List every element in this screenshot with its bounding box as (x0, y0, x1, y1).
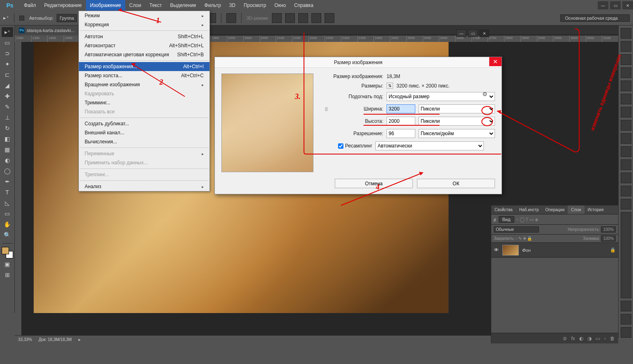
link-layers-icon[interactable]: ⊘ (563, 336, 567, 341)
panel-tab[interactable]: Свойства (491, 205, 516, 214)
close-button[interactable]: ✕ (622, 1, 633, 9)
menu-справка[interactable]: Справка (290, 0, 318, 11)
brush-tool[interactable]: ✎ (2, 102, 13, 112)
panel-icon[interactable] (621, 173, 631, 183)
panel-icon[interactable] (621, 67, 631, 78)
panel-icon[interactable] (621, 146, 631, 157)
panel-icon[interactable] (621, 28, 631, 39)
panel-tab[interactable]: Наб.инстр (516, 205, 542, 214)
lock-icon[interactable]: 🔒 (610, 247, 616, 253)
panel-icon[interactable] (621, 159, 631, 170)
eraser-tool[interactable]: ◧ (2, 134, 13, 144)
panel-icon[interactable] (621, 327, 631, 338)
blend-mode-dropdown[interactable]: Обычные (494, 226, 539, 233)
panel-tab[interactable]: Операции (542, 205, 568, 214)
stamp-tool[interactable]: ⊥ (2, 113, 13, 122)
menu-просмотр[interactable]: Просмотр (239, 0, 270, 11)
dialog-titlebar[interactable]: Размер изображения ✕ (215, 57, 502, 68)
screenmode-tool[interactable]: ⊞ (2, 270, 13, 280)
menu-изображение[interactable]: Изображение (86, 0, 125, 11)
resolution-unit-dropdown[interactable]: Пиксели/дюйм (419, 129, 495, 138)
menu-item[interactable]: Режим (79, 11, 209, 20)
menu-item[interactable]: Размер холста...Alt+Ctrl+C (79, 71, 209, 80)
3d-icon[interactable] (285, 13, 295, 23)
menu-item[interactable]: Автоматическая цветовая коррекцияShift+C… (79, 50, 209, 59)
width-input[interactable] (387, 104, 415, 113)
menu-item[interactable]: Создать дубликат... (79, 119, 209, 128)
hand-tool[interactable]: ✋ (2, 219, 13, 229)
wand-tool[interactable]: ✦ (2, 59, 13, 69)
group-icon[interactable]: ▭ (596, 336, 600, 341)
panel-icon[interactable] (621, 120, 631, 131)
visibility-icon[interactable]: 👁 (494, 247, 499, 253)
menu-редактирование[interactable]: Редактирование (40, 0, 86, 11)
spacing-icon[interactable] (226, 13, 236, 23)
path-tool[interactable]: ◺ (2, 198, 13, 208)
3d-icon[interactable] (272, 13, 282, 23)
quickmask-tool[interactable]: ▣ (2, 259, 13, 269)
resolution-input[interactable] (387, 129, 415, 138)
doc-close-button[interactable]: ✕ (479, 30, 489, 37)
menu-item[interactable]: Коррекция (79, 20, 209, 29)
menu-фильтр[interactable]: Фильтр (200, 0, 225, 11)
3d-icon[interactable] (311, 13, 321, 23)
panel-icon[interactable] (621, 314, 631, 325)
panel-tab[interactable]: История (585, 205, 607, 214)
doc-minimize-button[interactable]: — (456, 30, 466, 37)
mask-icon[interactable]: ◐ (579, 336, 583, 341)
height-unit-dropdown[interactable]: Пиксели (419, 117, 495, 126)
zoom-level[interactable]: 33,33% (18, 337, 32, 342)
layer-kind-dropdown[interactable]: Вид (499, 216, 514, 223)
minimize-button[interactable]: — (598, 1, 608, 9)
menu-item[interactable]: Вычисления... (79, 137, 209, 146)
color-swatch[interactable] (2, 247, 13, 258)
pen-tool[interactable]: ✒ (2, 177, 13, 187)
panel-icon[interactable] (621, 81, 631, 91)
resample-checkbox[interactable] (338, 143, 343, 149)
dialog-close-button[interactable]: ✕ (489, 57, 502, 66)
menu-item[interactable]: АвтоконтрастAlt+Shift+Ctrl+L (79, 41, 209, 50)
move-tool[interactable]: ▸⁺ (2, 27, 13, 37)
gradient-tool[interactable]: ▦ (2, 145, 13, 154)
panel-icon[interactable] (621, 133, 631, 144)
ok-button[interactable]: ОК (417, 179, 495, 188)
menu-окно[interactable]: Окно (270, 0, 290, 11)
adjustment-icon[interactable]: ◑ (587, 336, 592, 341)
new-layer-icon[interactable]: ▫ (604, 336, 606, 341)
menu-выделение[interactable]: Выделение (166, 0, 200, 11)
menu-item[interactable]: Тримминг... (79, 98, 209, 107)
menu-item[interactable]: Внешний канал... (79, 128, 209, 137)
dodge-tool[interactable]: ◯ (2, 166, 13, 176)
gear-icon[interactable]: ⚙ (482, 91, 488, 97)
document-tab[interactable]: Ps staraya-karta-zastavki... (15, 25, 79, 35)
autoselect-checkbox[interactable] (19, 16, 24, 21)
workspace-selector[interactable]: Основная рабочая среда (560, 14, 630, 22)
resample-dropdown[interactable]: Автоматически (375, 141, 484, 150)
panel-icon[interactable] (621, 107, 631, 117)
3d-icon[interactable] (325, 13, 334, 23)
shape-tool[interactable]: ▭ (2, 209, 13, 219)
maximize-button[interactable]: ▭ (610, 1, 621, 9)
type-tool[interactable]: T (2, 187, 13, 197)
menu-item[interactable]: Вращение изображения (79, 80, 209, 89)
trash-icon[interactable]: 🗑 (610, 336, 615, 341)
menu-item[interactable]: Анализ (79, 182, 209, 191)
menu-3d[interactable]: 3D (225, 0, 239, 11)
eyedropper-tool[interactable]: ◢ (2, 81, 13, 90)
panel-icon[interactable] (621, 94, 631, 104)
3d-icon[interactable] (298, 13, 308, 23)
width-unit-dropdown[interactable]: Пиксели (419, 104, 495, 113)
menu-файл[interactable]: Файл (20, 0, 40, 11)
link-icon[interactable]: 𝟾 (322, 106, 331, 113)
panel-icon[interactable] (621, 199, 631, 210)
zoom-tool[interactable]: 🔍 (2, 230, 13, 240)
panel-icon[interactable] (621, 41, 631, 52)
dims-unit-toggle[interactable]: ⇅ (387, 83, 393, 89)
panel-tab[interactable]: Слои (568, 205, 584, 214)
layer-thumbnail[interactable] (502, 245, 519, 256)
history-brush-tool[interactable]: ↻ (2, 123, 13, 133)
menu-слои[interactable]: Слои (125, 0, 145, 11)
doc-maximize-button[interactable]: ▭ (468, 30, 478, 37)
fx-icon[interactable]: fx (571, 336, 575, 341)
height-input[interactable] (387, 117, 415, 126)
